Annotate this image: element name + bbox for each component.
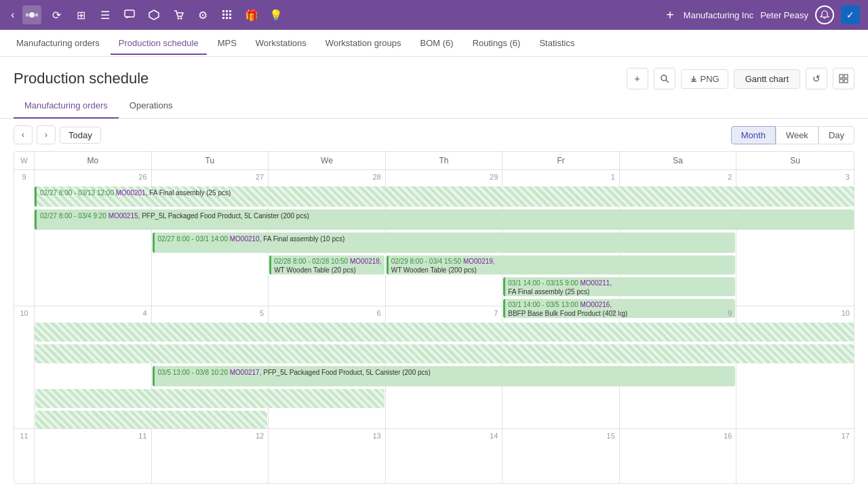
list-icon[interactable]: ☰ [96,5,115,24]
day-cell-sa-11[interactable]: 16 [620,429,737,483]
svg-rect-13 [226,17,228,19]
svg-point-4 [178,18,180,20]
event-mo00217[interactable]: 03/5 13:00 - 03/8 10:20 MO00217, PFP_5L … [153,366,736,386]
sub-tabs: Manufacturing orders Operations [0,95,868,119]
purchase-icon[interactable] [169,5,188,24]
day-cell-we-11[interactable]: 13 [269,429,386,483]
prev-btn[interactable]: ‹ [14,125,33,144]
svg-point-0 [29,12,35,18]
gift-icon[interactable]: 🎁 [242,5,261,24]
event-mo00218[interactable]: 02/28 8:00 - 02/28 10:50 MO00218, WT Woo… [269,256,384,274]
day-cell-mo-11[interactable]: 11 [35,429,152,483]
svg-rect-12 [222,17,224,19]
day-cell-th-11[interactable]: 14 [386,429,503,483]
week-10-num: 10 [14,306,35,428]
day-cell-su-11[interactable]: 17 [736,429,854,483]
back-nav-btn[interactable]: ‹ [8,6,17,24]
svg-point-5 [180,18,182,20]
day-view-btn[interactable]: Day [818,126,854,144]
svg-rect-10 [226,14,228,16]
refresh-icon[interactable]: ⟳ [47,5,66,24]
svg-point-2 [35,14,39,17]
event-mo00219[interactable]: 02/29 8:00 - 03/4 15:50 MO00219, WT Wood… [387,256,736,274]
page-title: Production schedule [14,70,149,87]
add-event-btn[interactable]: + [627,68,648,89]
week-view-btn[interactable]: Week [776,126,818,144]
day-cell-fr-11[interactable]: 15 [502,429,620,483]
event-cont-stripe-3[interactable] [35,389,384,408]
add-btn[interactable]: + [666,7,674,23]
th-header: Th [386,152,503,169]
tab-workstation-groups[interactable]: Workstation groups [317,33,410,55]
gantt-chart-btn[interactable]: Gantt chart [734,69,800,89]
su-header: Su [736,152,854,169]
view-buttons: Month Week Day [731,126,854,144]
event-cont-stripe-4[interactable] [35,411,267,428]
refresh-view-btn[interactable]: ↺ [806,68,827,89]
apps-icon[interactable] [218,5,237,24]
view-toggle-btn[interactable] [833,68,854,89]
svg-rect-8 [229,10,231,12]
svg-rect-9 [222,14,224,16]
nav-tabs: Manufacturing orders Production schedule… [0,30,868,57]
week-11-num: 11 [14,429,35,483]
discuss-icon[interactable] [120,5,139,24]
user-name: Peter Peasy [760,10,808,20]
event-cont-stripe-2[interactable] [35,344,854,363]
svg-rect-14 [229,17,231,19]
week-9-row: 9 26 27 28 29 1 2 [14,170,854,306]
svg-rect-6 [222,10,224,12]
event-mo00211[interactable]: 03/1 14:00 - 03/15 9:00 MO00211, FA Fina… [503,277,735,296]
tab-mps[interactable]: MPS [210,33,245,55]
svg-rect-19 [844,79,848,83]
day-header-row: W Mo Tu We Th Fr Sa Su [14,152,854,170]
tab-manufacturing-orders[interactable]: Manufacturing orders [8,33,108,55]
tab-workstations[interactable]: Workstations [248,33,315,55]
subtab-manufacturing-orders[interactable]: Manufacturing orders [14,95,119,119]
event-cont-stripe-1[interactable] [35,323,854,342]
calendar-nav: ‹ › Today [14,125,101,144]
mo-header: Mo [35,152,152,169]
header-actions: + PNG Gantt chart ↺ [627,68,854,89]
search-btn[interactable] [654,68,675,89]
notification-icon[interactable] [815,5,834,24]
event-mo00215[interactable]: 02/27 8:00 - 03/4 9:20 MO00215, PFP_5L P… [35,209,854,230]
event-mo00201[interactable]: 02/27 8:00 - 03/13 12:00 MO00201, FA Fin… [35,186,854,207]
svg-rect-7 [226,10,228,12]
odoo-icon[interactable] [22,5,41,24]
day-cell-tu-11[interactable]: 12 [152,429,269,483]
we-header: We [269,152,386,169]
subtab-operations[interactable]: Operations [119,95,184,119]
png-download-btn[interactable]: PNG [681,69,728,89]
svg-rect-16 [840,75,843,78]
week-10-row: 10 4 5 6 7 8 9 [14,306,854,429]
page-header: Production schedule + PNG Gantt chart ↺ [0,57,868,95]
svg-point-1 [26,14,29,17]
week-col-header: W [14,152,35,169]
fr-header: Fr [502,152,620,169]
settings-icon[interactable]: ⚙ [193,5,212,24]
tab-production-schedule[interactable]: Production schedule [111,33,207,55]
today-btn[interactable]: Today [60,127,101,144]
toolbar-right: + Manufacturing Inc Peter Peasy ✓ [666,5,860,24]
calendar-controls: ‹ › Today Month Week Day [0,119,868,151]
calendar-grid: W Mo Tu We Th Fr Sa Su 9 26 27 28 [14,151,854,484]
todo-icon[interactable]: ✓ [841,5,860,24]
tu-header: Tu [152,152,269,169]
month-view-btn[interactable]: Month [731,126,776,144]
event-mo00210[interactable]: 02/27 8:00 - 03/1 14:00 MO00210, FA Fina… [153,232,736,253]
company-name: Manufacturing Inc [684,10,753,20]
svg-rect-11 [229,14,231,16]
svg-rect-18 [840,79,843,83]
week-9-num: 9 [14,170,35,306]
tips-icon[interactable]: 💡 [267,5,285,24]
week-11-row: 11 11 12 13 14 15 16 [14,429,854,483]
grid-icon[interactable]: ⊞ [71,5,90,24]
tab-bom[interactable]: BOM (6) [412,33,462,55]
svg-point-15 [661,75,667,81]
top-toolbar: ‹ ⟳ ⊞ ☰ ⚙ [0,0,868,30]
tab-statistics[interactable]: Statistics [531,33,583,55]
next-btn[interactable]: › [37,125,56,144]
tab-routings[interactable]: Routings (6) [465,33,529,55]
inventory-icon[interactable] [144,5,163,24]
